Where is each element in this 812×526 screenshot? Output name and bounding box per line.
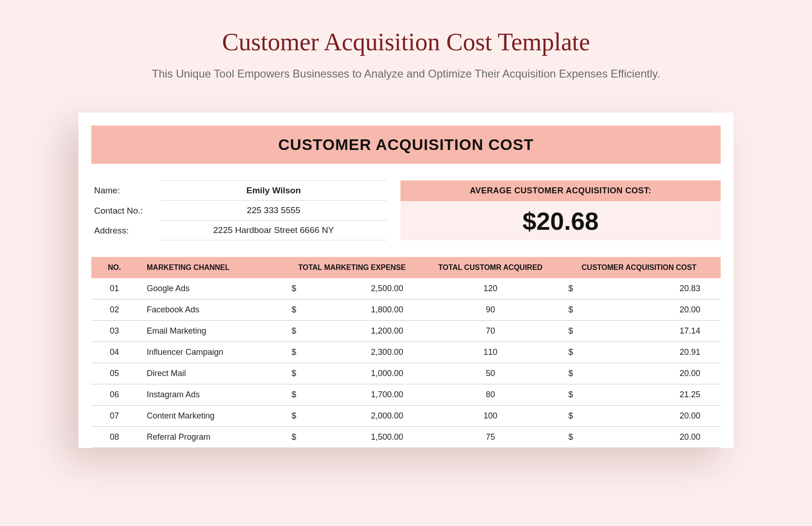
cell-cac: $20.00 <box>557 363 721 384</box>
currency-symbol: $ <box>292 411 296 421</box>
cell-cac: $20.00 <box>557 406 721 426</box>
currency-symbol: $ <box>568 284 573 293</box>
document-wrap: CUSTOMER ACQUISITION COST Name: Emily Wi… <box>78 113 734 448</box>
cell-no: 07 <box>91 406 137 426</box>
expense-amount: 1,500.00 <box>371 432 403 442</box>
cell-expense: $2,500.00 <box>281 278 424 299</box>
cell-expense: $1,700.00 <box>281 384 424 405</box>
cell-channel: Content Marketing <box>137 406 281 426</box>
cell-channel: Instagram Ads <box>137 384 281 405</box>
currency-symbol: $ <box>568 390 573 400</box>
currency-symbol: $ <box>568 369 573 378</box>
currency-symbol: $ <box>292 390 296 400</box>
currency-symbol: $ <box>568 326 573 336</box>
page-subtitle: This Unique Tool Empowers Businesses to … <box>0 67 812 80</box>
meta-address-label: Address: <box>91 221 161 240</box>
table-row: 06Instagram Ads$1,700.0080$21.25 <box>91 384 721 406</box>
cell-acquired: 110 <box>424 342 557 363</box>
cell-acquired: 75 <box>424 427 557 448</box>
cell-channel: Facebook Ads <box>137 299 281 320</box>
cell-expense: $2,000.00 <box>281 406 424 426</box>
table-row: 01Google Ads$2,500.00120$20.83 <box>91 278 721 299</box>
cell-channel: Influencer Campaign <box>137 342 281 363</box>
cac-amount: 20.00 <box>680 369 700 378</box>
currency-symbol: $ <box>292 326 296 336</box>
currency-symbol: $ <box>292 347 296 357</box>
cac-amount: 17.14 <box>680 326 700 336</box>
cell-acquired: 100 <box>424 406 557 426</box>
cac-amount: 20.00 <box>680 432 700 442</box>
document-title-bar: CUSTOMER ACQUISITION COST <box>91 126 721 164</box>
document-title: CUSTOMER ACQUISITION COST <box>278 136 534 153</box>
cell-expense: $1,800.00 <box>281 299 424 320</box>
meta-name-value: Emily Wilson <box>161 180 387 201</box>
currency-symbol: $ <box>568 411 573 421</box>
table-row: 03Email Marketing$1,200.0070$17.14 <box>91 321 721 342</box>
col-header-no: NO. <box>91 257 137 278</box>
avg-body: $20.68 <box>400 201 721 240</box>
cell-cac: $20.00 <box>557 427 721 448</box>
expense-amount: 1,800.00 <box>371 305 403 315</box>
expense-amount: 1,700.00 <box>371 390 403 400</box>
col-header-channel: MARKETING CHANNEL <box>137 257 281 278</box>
avg-label: AVERAGE CUSTOMER ACQUISITION COST: <box>400 180 721 201</box>
page: Customer Acquisition Cost Template This … <box>0 0 812 526</box>
currency-symbol: $ <box>568 347 573 357</box>
cell-expense: $1,500.00 <box>281 427 424 448</box>
cell-no: 06 <box>91 384 137 405</box>
cell-cac: $20.00 <box>557 299 721 320</box>
cell-no: 08 <box>91 427 137 448</box>
cell-acquired: 80 <box>424 384 557 405</box>
table-row: 02Facebook Ads$1,800.0090$20.00 <box>91 299 721 321</box>
expense-amount: 2,300.00 <box>371 347 403 357</box>
meta-name-label: Name: <box>91 181 161 200</box>
meta-contact-value: 225 333 5555 <box>161 201 387 221</box>
currency-symbol: $ <box>292 432 296 442</box>
cell-channel: Google Ads <box>137 278 281 299</box>
meta-box: Name: Emily Wilson Contact No.: 225 333 … <box>91 180 387 240</box>
expense-amount: 1,000.00 <box>371 369 403 378</box>
cell-channel: Direct Mail <box>137 363 281 384</box>
cell-acquired: 90 <box>424 299 557 320</box>
expense-amount: 1,200.00 <box>371 326 403 336</box>
info-row: Name: Emily Wilson Contact No.: 225 333 … <box>91 180 721 240</box>
table-header-row: NO. MARKETING CHANNEL TOTAL MARKETING EX… <box>91 257 721 278</box>
cac-amount: 20.00 <box>680 305 700 315</box>
page-title: Customer Acquisition Cost Template <box>0 28 812 56</box>
avg-box: AVERAGE CUSTOMER ACQUISITION COST: $20.6… <box>400 180 721 240</box>
cac-amount: 21.25 <box>680 390 700 400</box>
cell-expense: $2,300.00 <box>281 342 424 363</box>
currency-symbol: $ <box>292 284 296 293</box>
cell-cac: $20.91 <box>557 342 721 363</box>
cell-acquired: 70 <box>424 321 557 341</box>
cell-cac: $17.14 <box>557 321 721 341</box>
document: CUSTOMER ACQUISITION COST Name: Emily Wi… <box>78 113 734 448</box>
cell-channel: Referral Program <box>137 427 281 448</box>
cac-amount: 20.91 <box>680 347 700 357</box>
cell-channel: Email Marketing <box>137 321 281 341</box>
cell-no: 03 <box>91 321 137 341</box>
expense-amount: 2,500.00 <box>371 284 403 293</box>
table-row: 07Content Marketing$2,000.00100$20.00 <box>91 406 721 427</box>
cell-no: 01 <box>91 278 137 299</box>
cell-cac: $21.25 <box>557 384 721 405</box>
col-header-expense: TOTAL MARKETING EXPENSE <box>281 257 424 278</box>
col-header-acquired: TOTAL CUSTOMR ACQUIRED <box>424 257 557 278</box>
cell-no: 02 <box>91 299 137 320</box>
meta-contact-row: Contact No.: 225 333 5555 <box>91 201 387 221</box>
table-row: 04Influencer Campaign$2,300.00110$20.91 <box>91 342 721 363</box>
meta-address-value: 2225 Hardboar Street 6666 NY <box>161 221 387 240</box>
cac-amount: 20.83 <box>680 284 700 293</box>
cell-expense: $1,000.00 <box>281 363 424 384</box>
cell-no: 05 <box>91 363 137 384</box>
cell-expense: $1,200.00 <box>281 321 424 341</box>
cell-cac: $20.83 <box>557 278 721 299</box>
expense-amount: 2,000.00 <box>371 411 403 421</box>
currency-symbol: $ <box>568 305 573 315</box>
currency-symbol: $ <box>568 432 573 442</box>
meta-name-row: Name: Emily Wilson <box>91 180 387 201</box>
table-row: 08Referral Program$1,500.0075$20.00 <box>91 427 721 448</box>
currency-symbol: $ <box>292 305 296 315</box>
cell-acquired: 50 <box>424 363 557 384</box>
table-row: 05Direct Mail$1,000.0050$20.00 <box>91 363 721 384</box>
